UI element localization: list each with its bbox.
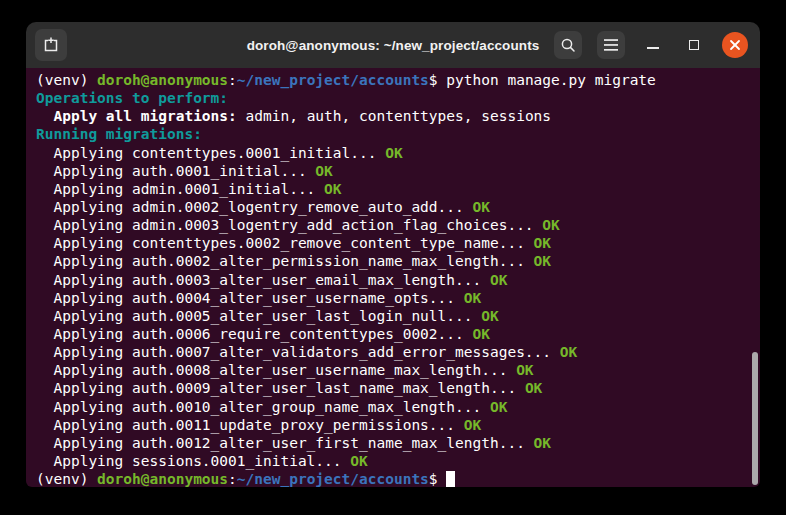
terminal-line: Running migrations: xyxy=(36,125,760,143)
screenshot-root: { "window": { "title": "doroh@anonymous:… xyxy=(0,0,786,515)
terminal-text-segment: Applying auth.0011_update_proxy_permissi… xyxy=(36,417,464,433)
terminal-line: Apply all migrations: admin, auth, conte… xyxy=(36,107,760,125)
terminal-text-segment: : xyxy=(228,471,237,487)
minimize-icon xyxy=(647,47,659,49)
terminal-line: Applying auth.0004_alter_user_username_o… xyxy=(36,289,760,307)
search-icon xyxy=(559,36,577,54)
terminal-text-segment: Applying auth.0003_alter_user_email_max_… xyxy=(36,272,490,288)
terminal-text-segment: (venv) xyxy=(36,471,97,487)
terminal-text-segment: OK xyxy=(534,235,551,251)
terminal-text-segment: OK xyxy=(350,453,367,469)
terminal-text-segment: Applying contenttypes.0002_remove_conten… xyxy=(36,235,534,251)
terminal-text-segment: Applying auth.0008_alter_user_username_m… xyxy=(36,362,516,378)
terminal-text-segment: OK xyxy=(534,435,551,451)
terminal-line: (venv) doroh@anonymous:~/new_project/acc… xyxy=(36,71,760,89)
terminal-text-segment: Applying admin.0001_initial... xyxy=(36,181,324,197)
terminal-output: (venv) doroh@anonymous:~/new_project/acc… xyxy=(36,71,760,487)
terminal-text-segment: OK xyxy=(473,326,490,342)
terminal-text-segment: OK xyxy=(315,163,332,179)
terminal-text-segment: $ xyxy=(429,471,446,487)
terminal-text-segment: Applying auth.0004_alter_user_username_o… xyxy=(36,290,464,306)
terminal-line: Applying auth.0007_alter_validators_add_… xyxy=(36,343,760,361)
terminal-line: Applying auth.0009_alter_user_last_name_… xyxy=(36,379,760,397)
titlebar[interactable]: doroh@anonymous: ~/new_project/accounts xyxy=(26,22,760,68)
terminal-line: Applying auth.0003_alter_user_email_max_… xyxy=(36,271,760,289)
terminal-text-segment: OK xyxy=(490,272,507,288)
terminal-text-segment: OK xyxy=(481,308,498,324)
terminal-line: Operations to perform: xyxy=(36,89,760,107)
terminal-text-segment: Applying auth.0006_require_contenttypes_… xyxy=(36,326,473,342)
search-button[interactable] xyxy=(554,31,582,59)
terminal-text-segment: OK xyxy=(473,199,490,215)
terminal-text-segment: doroh@anonymous xyxy=(97,471,228,487)
terminal-line: Applying auth.0008_alter_user_username_m… xyxy=(36,361,760,379)
terminal-cursor xyxy=(446,471,455,487)
terminal-text-segment: Applying admin.0003_logentry_add_action_… xyxy=(36,217,542,233)
terminal-text-segment: OK xyxy=(464,290,481,306)
terminal-text-segment xyxy=(36,108,53,124)
titlebar-controls xyxy=(554,31,760,59)
terminal-text-segment: doroh@anonymous xyxy=(97,72,228,88)
terminal-text-segment: Apply all migrations: xyxy=(53,108,236,124)
terminal-text-segment: OK xyxy=(516,362,533,378)
terminal-text-segment: Applying auth.0002_alter_permission_name… xyxy=(36,253,534,269)
terminal-text-segment: OK xyxy=(534,253,551,269)
terminal-text-segment: Applying auth.0009_alter_user_last_name_… xyxy=(36,380,525,396)
terminal-text-segment: Applying auth.0012_alter_user_first_name… xyxy=(36,435,534,451)
terminal-line: Applying admin.0001_initial... OK xyxy=(36,180,760,198)
terminal-text-segment: Applying auth.0010_alter_group_name_max_… xyxy=(36,399,490,415)
terminal-text-segment: $ python manage.py migrate xyxy=(429,72,656,88)
terminal-text-segment: Applying auth.0007_alter_validators_add_… xyxy=(36,344,560,360)
terminal-text-segment: (venv) xyxy=(36,72,97,88)
terminal-text-segment: OK xyxy=(560,344,577,360)
terminal-text-segment: OK xyxy=(385,145,402,161)
terminal-window: doroh@anonymous: ~/new_project/accounts xyxy=(26,22,760,487)
terminal-viewport[interactable]: (venv) doroh@anonymous:~/new_project/acc… xyxy=(26,68,760,487)
terminal-text-segment: Applying admin.0002_logentry_remove_auto… xyxy=(36,199,473,215)
terminal-text-segment: OK xyxy=(324,181,341,197)
terminal-text-segment: ~/new_project/accounts xyxy=(237,471,429,487)
terminal-text-segment: Running migrations: xyxy=(36,126,202,142)
terminal-text-segment: ~/new_project/accounts xyxy=(237,72,429,88)
terminal-line: Applying auth.0006_require_contenttypes_… xyxy=(36,325,760,343)
hamburger-menu-icon xyxy=(603,38,619,52)
terminal-line: Applying auth.0002_alter_permission_name… xyxy=(36,252,760,270)
terminal-text-segment: OK xyxy=(464,417,481,433)
terminal-text-segment: Operations to perform: xyxy=(36,90,228,106)
terminal-line: (venv) doroh@anonymous:~/new_project/acc… xyxy=(36,470,760,487)
scrollbar-thumb[interactable] xyxy=(752,352,758,485)
terminal-line: Applying contenttypes.0001_initial... OK xyxy=(36,144,760,162)
terminal-text-segment: : xyxy=(228,72,237,88)
close-button[interactable] xyxy=(722,32,748,58)
terminal-line: Applying auth.0005_alter_user_last_login… xyxy=(36,307,760,325)
new-tab-icon xyxy=(41,35,61,55)
terminal-text-segment: Applying auth.0005_alter_user_last_login… xyxy=(36,308,481,324)
terminal-text-segment: OK xyxy=(490,399,507,415)
terminal-text-segment: Applying contenttypes.0001_initial... xyxy=(36,145,385,161)
terminal-text-segment: Applying sessions.0001_initial... xyxy=(36,453,350,469)
maximize-icon xyxy=(689,40,699,50)
close-icon xyxy=(729,39,741,51)
terminal-line: Applying admin.0002_logentry_remove_auto… xyxy=(36,198,760,216)
terminal-text-segment: Applying auth.0001_initial... xyxy=(36,163,315,179)
menu-button[interactable] xyxy=(597,31,625,59)
terminal-line: Applying contenttypes.0002_remove_conten… xyxy=(36,234,760,252)
terminal-line: Applying auth.0001_initial... OK xyxy=(36,162,760,180)
terminal-line: Applying auth.0011_update_proxy_permissi… xyxy=(36,416,760,434)
terminal-text-segment: OK xyxy=(525,380,542,396)
minimize-button[interactable] xyxy=(640,32,666,58)
terminal-line: Applying auth.0010_alter_group_name_max_… xyxy=(36,398,760,416)
terminal-line: Applying sessions.0001_initial... OK xyxy=(36,452,760,470)
terminal-line: Applying auth.0012_alter_user_first_name… xyxy=(36,434,760,452)
maximize-button[interactable] xyxy=(681,32,707,58)
terminal-text-segment: admin, auth, contenttypes, sessions xyxy=(237,108,551,124)
terminal-line: Applying admin.0003_logentry_add_action_… xyxy=(36,216,760,234)
new-tab-button[interactable] xyxy=(35,29,67,61)
terminal-text-segment: OK xyxy=(542,217,559,233)
